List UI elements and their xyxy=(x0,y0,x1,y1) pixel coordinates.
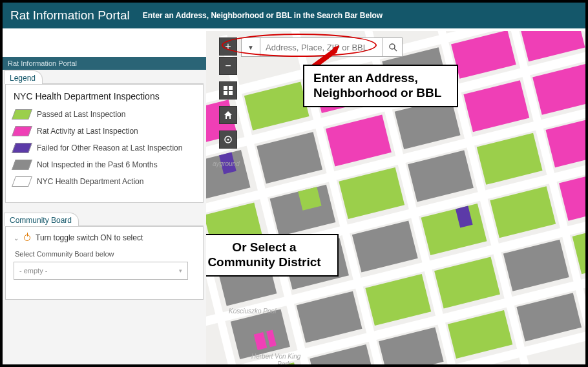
app-root: Rat Information Portal Enter an Address,… xyxy=(0,0,588,367)
sidebar: Rat Information Portal Legend NYC Health… xyxy=(3,31,206,364)
map-controls: + − xyxy=(219,37,237,149)
search-icon xyxy=(388,43,397,52)
svg-rect-57 xyxy=(229,86,233,90)
cb-select-value: - empty - xyxy=(19,267,47,275)
cb-select-label: Select Community Board below xyxy=(15,250,195,258)
app-title: Rat Information Portal xyxy=(10,8,130,23)
svg-rect-59 xyxy=(229,91,233,95)
sidebar-spacer xyxy=(3,31,206,57)
legend-item: Not Inspected in the Past 6 Months xyxy=(14,160,195,170)
chevron-down-icon[interactable]: ⌄ xyxy=(14,235,19,242)
legend-label: Passed at Last Inspection xyxy=(37,110,125,119)
legend-label: Failed for Other Reason at Last Inspecti… xyxy=(37,143,182,152)
search-button[interactable] xyxy=(383,37,403,57)
locate-icon xyxy=(224,135,233,144)
legend-panel: NYC Health Department Inspections Passed… xyxy=(5,83,204,203)
toggle-hint: Turn toggle switch ON to select xyxy=(36,233,143,242)
legend-item: Passed at Last Inspection xyxy=(14,109,195,120)
breadcrumb: Rat Information Portal xyxy=(3,57,206,70)
legend-item: NYC Health Department Action xyxy=(14,176,195,187)
home-button[interactable] xyxy=(219,106,237,124)
legend-panel-wrap: Legend NYC Health Department Inspections… xyxy=(3,70,206,209)
toggle-row: ⌄ Turn toggle switch ON to select xyxy=(14,233,195,242)
svg-point-61 xyxy=(227,139,229,141)
svg-line-63 xyxy=(394,48,397,51)
callout-line: Community District xyxy=(206,255,328,270)
svg-rect-56 xyxy=(224,86,227,90)
zoom-out-button[interactable]: − xyxy=(219,57,237,75)
swatch-failed xyxy=(12,143,32,153)
swatch-passed xyxy=(12,109,32,120)
svg-rect-58 xyxy=(224,91,227,95)
legend-title: NYC Health Department Inspections xyxy=(14,91,195,101)
swatch-action xyxy=(12,176,32,187)
body: Rat Information Portal Legend NYC Health… xyxy=(3,31,585,364)
swatch-rat-activity xyxy=(12,126,32,136)
community-board-tab[interactable]: Community Board xyxy=(4,213,79,226)
legend-label: NYC Health Department Action xyxy=(37,177,143,186)
community-board-panel-wrap: Community Board ⌄ Turn toggle switch ON … xyxy=(3,212,206,306)
legend-item: Rat Activity at Last Inspection xyxy=(14,126,195,136)
chevron-down-icon: ▾ xyxy=(179,267,182,274)
legend-tab[interactable]: Legend xyxy=(4,70,43,84)
basemap-button[interactable] xyxy=(219,81,237,100)
community-board-select[interactable]: - empty - ▾ xyxy=(14,262,188,280)
home-icon xyxy=(224,110,233,120)
callout-line: Or Select a xyxy=(206,240,328,255)
app-subtitle: Enter an Address, Neighborhood or BBL in… xyxy=(143,11,383,20)
locate-button[interactable] xyxy=(219,131,237,149)
power-toggle-icon[interactable] xyxy=(24,235,30,241)
zoom-in-button[interactable]: + xyxy=(219,37,237,56)
annotation-callout-search: Enter an Address, Neighborhood or BBL xyxy=(303,65,458,107)
header-bar: Rat Information Portal Enter an Address,… xyxy=(3,3,585,28)
swatch-not-inspected xyxy=(12,160,32,170)
legend-label: Not Inspected in the Past 6 Months xyxy=(37,160,158,169)
search-source-dropdown[interactable]: ▼ xyxy=(241,37,260,57)
annotation-callout-community: Or Select a Community District xyxy=(206,234,339,277)
community-board-panel: ⌄ Turn toggle switch ON to select Select… xyxy=(5,225,204,300)
legend-label: Rat Activity at Last Inspection xyxy=(37,127,138,136)
legend-item: Failed for Other Reason at Last Inspecti… xyxy=(14,143,195,153)
grid-icon xyxy=(224,86,233,95)
map-canvas[interactable]: ayground Kosciuszko Pool Herbert Von Kin… xyxy=(206,31,585,364)
svg-point-62 xyxy=(390,44,395,49)
